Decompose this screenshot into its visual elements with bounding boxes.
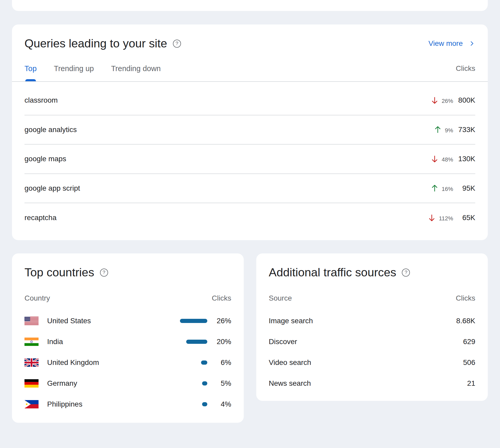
clicks-value: 130K	[453, 155, 475, 163]
trend-percent: 48%	[442, 156, 453, 163]
view-more-label: View more	[428, 39, 463, 48]
country-name: Philippines	[47, 400, 82, 408]
country-row[interactable]: India 20%	[24, 331, 231, 352]
queries-card: Queries leading to your site ? View more…	[12, 24, 488, 240]
country-row[interactable]: United States 26%	[24, 310, 231, 331]
clicks-value: 800K	[453, 96, 475, 104]
clicks-bar	[202, 402, 207, 406]
flag-us-icon	[24, 317, 39, 325]
trend-indicator: 48%	[431, 155, 453, 163]
source-row[interactable]: News search 21	[269, 373, 475, 394]
top-countries-title: Top countries	[24, 265, 94, 279]
arrow-down-icon	[431, 155, 439, 163]
clicks-percent: 20%	[208, 338, 231, 346]
clicks-value: 65K	[453, 214, 475, 222]
trend-indicator: 16%	[431, 184, 453, 192]
help-icon[interactable]: ?	[173, 40, 181, 48]
arrow-down-icon	[428, 214, 436, 222]
flag-uk-icon	[24, 358, 39, 367]
traffic-sources-title: Additional traffic sources	[269, 265, 396, 279]
arrow-down-icon	[431, 96, 439, 104]
clicks-bar	[201, 360, 207, 365]
trend-indicator: 9%	[434, 126, 453, 134]
source-name: Image search	[269, 317, 313, 325]
clicks-value: 629	[463, 338, 475, 346]
help-icon[interactable]: ?	[100, 269, 108, 277]
top-partial-card	[12, 0, 488, 11]
source-name: Discover	[269, 338, 297, 346]
country-name: United States	[47, 317, 91, 325]
clicks-column-header: Clicks	[212, 295, 231, 302]
clicks-bar	[180, 319, 207, 323]
query-row[interactable]: google analytics 9% 733K	[24, 115, 475, 145]
clicks-column-header: Clicks	[456, 295, 475, 302]
arrow-up-icon	[431, 184, 439, 192]
clicks-bar	[202, 381, 207, 385]
countries-table: United States 26% India 20%	[24, 310, 231, 415]
query-row[interactable]: google app script 16% 95K	[24, 174, 475, 203]
help-icon[interactable]: ?	[402, 269, 410, 277]
trend-percent: 9%	[445, 127, 453, 134]
clicks-value: 733K	[453, 126, 475, 134]
source-column-header: Source	[269, 295, 292, 302]
clicks-value: 8.68K	[456, 317, 475, 325]
trend-indicator: 26%	[431, 96, 453, 104]
flag-germany-icon	[24, 379, 39, 388]
country-name: United Kingdom	[47, 359, 99, 366]
queries-tabs: Top Trending up Trending down Clicks	[12, 56, 488, 82]
country-row[interactable]: Germany 5%	[24, 373, 231, 394]
source-name: Video search	[269, 359, 311, 366]
flag-philippines-icon	[24, 400, 39, 408]
trend-percent: 112%	[439, 215, 453, 222]
queries-table: classroom 26% 800K google analytics 9% 7…	[24, 86, 475, 233]
view-more-link[interactable]: View more	[428, 39, 475, 48]
tab-top[interactable]: Top	[24, 56, 37, 81]
clicks-value: 95K	[453, 184, 475, 192]
trend-percent: 16%	[442, 186, 453, 192]
clicks-percent: 26%	[208, 317, 231, 325]
queries-card-header: Queries leading to your site ? View more	[12, 24, 488, 51]
clicks-value: 506	[463, 358, 475, 367]
arrow-up-icon	[434, 126, 442, 134]
clicks-bar	[186, 340, 207, 344]
source-row[interactable]: Discover 629	[269, 331, 475, 352]
clicks-percent: 4%	[208, 400, 231, 408]
chevron-right-icon	[468, 40, 475, 47]
source-row[interactable]: Video search 506	[269, 352, 475, 373]
trend-percent: 26%	[442, 98, 453, 104]
source-name: News search	[269, 379, 311, 387]
country-row[interactable]: United Kingdom 6%	[24, 352, 231, 373]
source-row[interactable]: Image search 8.68K	[269, 310, 475, 331]
sources-table: Image search 8.68K Discover 629 Video se…	[269, 310, 475, 394]
country-row[interactable]: Philippines 4%	[24, 394, 231, 415]
trend-indicator: 112%	[428, 214, 453, 222]
country-name: India	[47, 338, 63, 346]
flag-india-icon	[24, 338, 39, 346]
clicks-percent: 6%	[208, 358, 231, 367]
query-row[interactable]: google maps 48% 130K	[24, 145, 475, 174]
country-column-header: Country	[24, 295, 50, 302]
tab-trending-down[interactable]: Trending down	[111, 56, 161, 81]
clicks-percent: 5%	[208, 379, 231, 388]
additional-traffic-sources-card: Additional traffic sources ? Source Clic…	[256, 253, 488, 401]
top-countries-card: Top countries ? Country Clicks	[12, 253, 244, 423]
queries-card-title: Queries leading to your site	[24, 36, 167, 51]
clicks-value: 21	[467, 379, 475, 388]
query-row[interactable]: recaptcha 112% 65K	[24, 203, 475, 233]
country-name: Germany	[47, 379, 77, 387]
clicks-column-header: Clicks	[456, 65, 475, 72]
tab-trending-up[interactable]: Trending up	[54, 56, 94, 81]
query-row[interactable]: classroom 26% 800K	[24, 86, 475, 115]
